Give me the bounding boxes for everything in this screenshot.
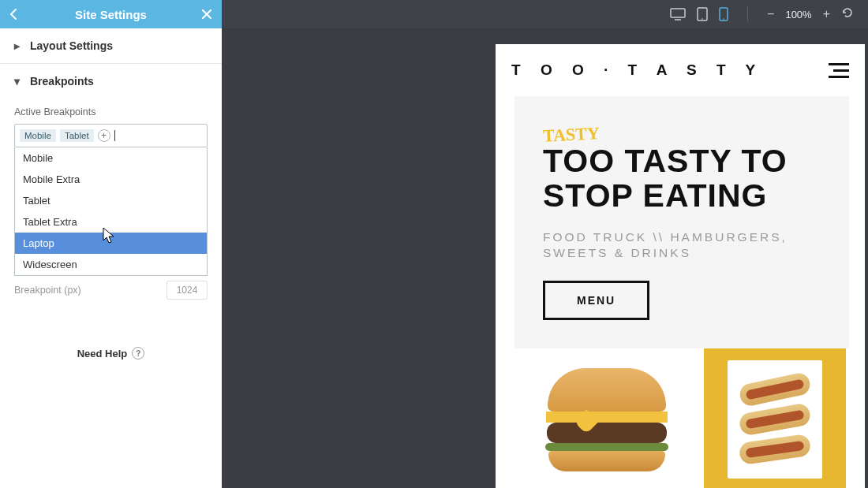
food-image-row bbox=[510, 348, 846, 488]
hero-subtitle: FOOD TRUCK \\ HAMBURGERS, SWEETS & DRINK… bbox=[543, 229, 829, 263]
settings-panel: Site Settings ▸ Layout Settings ▾ Breakp… bbox=[0, 0, 222, 488]
burger-image bbox=[510, 348, 704, 488]
hero-script-text: TASTY bbox=[542, 123, 600, 147]
breakpoint-px-row: Breakpoint (px) bbox=[14, 281, 208, 300]
workspace: − 100% + T O O · T A S T Y TASTY TOO TAS bbox=[222, 0, 868, 488]
top-toolbar: − 100% + bbox=[222, 0, 868, 28]
option-widescreen[interactable]: Widescreen bbox=[15, 254, 207, 275]
preview-canvas[interactable]: T O O · T A S T Y TASTY TOO TASTY TO STO… bbox=[222, 28, 868, 488]
tablet-icon[interactable] bbox=[697, 7, 708, 21]
close-icon[interactable] bbox=[200, 6, 214, 25]
svg-point-4 bbox=[723, 18, 724, 20]
hero-section: TASTY TOO TASTY TO STOP EATING FOOD TRUC… bbox=[514, 96, 849, 348]
option-tablet-extra[interactable]: Tablet Extra bbox=[15, 211, 207, 233]
breakpoint-px-label: Breakpoint (px) bbox=[14, 285, 81, 296]
add-tag-icon[interactable]: + bbox=[98, 129, 110, 142]
section-title: Breakpoints bbox=[30, 75, 94, 88]
device-switcher bbox=[670, 0, 728, 28]
zoom-out-button[interactable]: − bbox=[767, 7, 774, 21]
undo-icon[interactable] bbox=[841, 6, 854, 22]
breakpoints-section: ▾ Breakpoints Active Breakpoints Mobile … bbox=[0, 64, 222, 371]
section-title: Layout Settings bbox=[30, 39, 113, 52]
breakpoints-tag-input[interactable]: Mobile Tablet + bbox=[14, 124, 208, 147]
hero-menu-button[interactable]: MENU bbox=[543, 281, 649, 320]
option-mobile-extra[interactable]: Mobile Extra bbox=[15, 169, 207, 190]
chevron-down-icon: ▾ bbox=[14, 75, 25, 88]
toolbar-separator bbox=[747, 6, 748, 22]
desktop-icon[interactable] bbox=[670, 8, 686, 20]
mobile-icon[interactable] bbox=[719, 7, 728, 21]
hotdog-image bbox=[704, 348, 846, 488]
breakpoints-header[interactable]: ▾ Breakpoints bbox=[0, 64, 222, 99]
layout-settings-section[interactable]: ▸ Layout Settings bbox=[0, 28, 222, 64]
active-breakpoints-label: Active Breakpoints bbox=[14, 106, 208, 117]
help-icon: ? bbox=[132, 347, 144, 359]
site-logo[interactable]: T O O · T A S T Y bbox=[511, 61, 763, 79]
app-root: Site Settings ▸ Layout Settings ▾ Breakp… bbox=[0, 0, 868, 488]
breakpoints-dropdown[interactable]: Mobile Mobile Extra Tablet Tablet Extra … bbox=[14, 147, 208, 276]
need-help[interactable]: Need Help ? bbox=[14, 347, 208, 359]
chevron-right-icon: ▸ bbox=[14, 39, 25, 52]
option-laptop[interactable]: Laptop bbox=[15, 233, 207, 254]
need-help-text: Need Help bbox=[77, 348, 128, 359]
panel-title: Site Settings bbox=[75, 8, 147, 21]
back-icon[interactable] bbox=[8, 6, 21, 25]
zoom-level: 100% bbox=[785, 9, 811, 20]
hero-title: TOO TASTY TO STOP EATING bbox=[543, 143, 829, 214]
text-cursor bbox=[114, 130, 115, 141]
breakpoint-px-input[interactable] bbox=[166, 281, 208, 300]
hamburger-icon[interactable] bbox=[829, 63, 849, 78]
zoom-controls: − 100% + bbox=[767, 6, 854, 22]
tag-mobile[interactable]: Mobile bbox=[20, 129, 56, 142]
tag-tablet[interactable]: Tablet bbox=[60, 129, 94, 142]
option-tablet[interactable]: Tablet bbox=[15, 190, 207, 211]
mobile-preview-frame: T O O · T A S T Y TASTY TOO TASTY TO STO… bbox=[496, 44, 865, 488]
site-header: T O O · T A S T Y bbox=[496, 44, 865, 96]
panel-header: Site Settings bbox=[0, 0, 222, 28]
option-mobile[interactable]: Mobile bbox=[15, 147, 207, 169]
svg-point-2 bbox=[702, 18, 703, 20]
zoom-in-button[interactable]: + bbox=[823, 7, 830, 21]
svg-rect-0 bbox=[671, 9, 685, 17]
